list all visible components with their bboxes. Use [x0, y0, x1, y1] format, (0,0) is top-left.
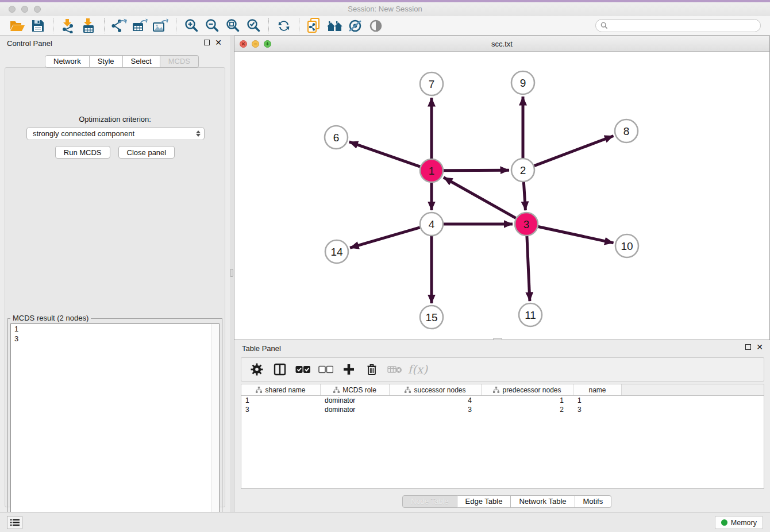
column-header-predecessor-nodes[interactable]: predecessor nodes — [482, 384, 573, 395]
zoom-fit-button[interactable] — [222, 17, 243, 34]
table-cell[interactable]: dominator — [321, 396, 390, 404]
mcds-result-list[interactable]: 13 — [10, 323, 220, 532]
table-cell[interactable]: 2 — [482, 406, 573, 414]
export-image-button[interactable] — [151, 17, 171, 34]
close-table-panel-icon[interactable]: ✕ — [756, 344, 763, 350]
graph-edge-1-6[interactable] — [349, 142, 421, 167]
hide-selected-button[interactable] — [345, 17, 366, 34]
create-column-button[interactable] — [339, 360, 359, 379]
split-view-button[interactable] — [270, 360, 290, 379]
save-session-button[interactable] — [28, 17, 48, 34]
graph-canvas[interactable]: 7968124314101511 — [234, 52, 769, 340]
graph-node-label: 7 — [429, 78, 435, 90]
zoom-selected-button[interactable] — [243, 17, 264, 34]
refresh-button[interactable] — [274, 17, 294, 34]
tab-style[interactable]: Style — [90, 55, 123, 68]
column-header-shared-name[interactable]: shared name — [241, 384, 321, 395]
table-cell[interactable]: 1 — [482, 396, 573, 404]
criterion-select[interactable]: strongly connected component — [26, 127, 205, 140]
graph-edge-3-1[interactable] — [444, 178, 516, 218]
export-network-button[interactable] — [109, 17, 130, 34]
graph-node-15[interactable]: 15 — [420, 306, 443, 329]
deselect-all-columns-button[interactable] — [316, 360, 336, 379]
search-input[interactable] — [595, 19, 761, 32]
table-row[interactable]: 3dominator323 — [241, 405, 764, 414]
list-icon — [10, 519, 20, 526]
graph-node-4[interactable]: 4 — [420, 213, 443, 236]
float-table-panel-icon[interactable] — [745, 344, 751, 350]
graph-edge-2-3[interactable] — [523, 182, 525, 210]
table-cell[interactable]: dominator — [321, 406, 390, 414]
clone-network-button[interactable] — [304, 17, 325, 34]
show-all-icon — [368, 19, 384, 33]
search-icon — [600, 22, 608, 29]
tab-select[interactable]: Select — [123, 55, 160, 68]
table-cell[interactable]: 3 — [573, 406, 622, 414]
graph-node-14[interactable]: 14 — [325, 240, 348, 263]
export-table-button[interactable] — [130, 17, 151, 34]
table-cell[interactable]: 3 — [390, 406, 482, 414]
memory-status-icon — [721, 519, 727, 526]
column-header-name[interactable]: name — [573, 384, 622, 395]
graph-node-10[interactable]: 10 — [615, 234, 638, 257]
zoom-in-button[interactable] — [181, 17, 202, 34]
function-builder-button[interactable]: f(x) — [408, 360, 428, 379]
table-cell[interactable]: 4 — [390, 396, 482, 404]
tab-network-table[interactable]: Network Table — [511, 495, 575, 508]
tab-motifs[interactable]: Motifs — [575, 495, 612, 508]
network-window-titlebar[interactable]: ✕ – + scc.txt — [234, 36, 769, 52]
zoom-out-button[interactable] — [202, 17, 222, 34]
show-all-button[interactable] — [366, 17, 387, 34]
result-list-item[interactable]: 1 — [11, 324, 219, 334]
graph-node-1[interactable]: 1 — [420, 159, 443, 182]
export-network-icon — [111, 18, 128, 33]
delete-column-button[interactable] — [362, 360, 382, 379]
tab-network[interactable]: Network — [45, 55, 90, 68]
panel-splitter-handle[interactable] — [230, 269, 233, 277]
table-cell[interactable]: 1 — [241, 396, 321, 404]
column-header-label: name — [588, 386, 606, 394]
tab-edge-table[interactable]: Edge Table — [457, 495, 511, 508]
result-scrollbar[interactable] — [211, 324, 219, 532]
graph-edge-4-14[interactable] — [350, 228, 420, 248]
graph-node-3[interactable]: 3 — [515, 213, 538, 236]
export-table-icon — [132, 18, 148, 33]
node-table[interactable]: shared nameMCDS rolesuccessor nodesprede… — [241, 384, 764, 489]
graph-node-7[interactable]: 7 — [420, 72, 443, 95]
graph-edge-3-10[interactable] — [538, 226, 614, 242]
column-header-MCDS-role[interactable]: MCDS role — [321, 384, 390, 395]
table-panel-tabbar: Node TableEdge TableNetwork TableMotifs — [402, 495, 611, 508]
column-header-successor-nodes[interactable]: successor nodes — [390, 384, 482, 395]
close-panel-button[interactable]: Close panel — [118, 146, 175, 159]
table-row[interactable]: 1dominator411 — [241, 396, 764, 405]
graph-node-2[interactable]: 2 — [511, 159, 534, 182]
tab-mcds[interactable]: MCDS — [160, 55, 199, 68]
network-window: ✕ – + scc.txt 7968124314101511 — [234, 36, 770, 340]
graph-edge-3-11[interactable] — [527, 236, 530, 301]
graph-node-11[interactable]: 11 — [519, 303, 542, 326]
float-panel-icon[interactable] — [204, 40, 210, 45]
graph-node-9[interactable]: 9 — [511, 71, 534, 94]
zoom-fit-icon — [225, 18, 240, 33]
graph-node-6[interactable]: 6 — [325, 126, 348, 149]
table-cell[interactable]: 3 — [241, 406, 321, 414]
tab-node-table[interactable]: Node Table — [402, 495, 457, 508]
graph-edge-2-8[interactable] — [534, 136, 614, 165]
gear-icon — [251, 363, 263, 376]
show-panels-button[interactable] — [7, 516, 22, 529]
open-session-button[interactable] — [7, 17, 28, 34]
delete-table-icon — [387, 365, 402, 374]
import-network-button[interactable] — [58, 17, 79, 34]
first-neighbors-button[interactable] — [325, 17, 345, 34]
result-list-item[interactable]: 3 — [11, 334, 219, 344]
table-settings-button[interactable] — [247, 360, 267, 379]
run-mcds-button[interactable]: Run MCDS — [55, 146, 110, 159]
graph-node-8[interactable]: 8 — [615, 119, 638, 142]
import-table-button[interactable] — [79, 17, 99, 34]
select-all-columns-button[interactable] — [293, 360, 313, 379]
close-panel-icon[interactable]: ✕ — [215, 40, 222, 45]
table-cell[interactable]: 1 — [573, 396, 622, 404]
delete-table-button[interactable] — [385, 360, 405, 379]
memory-button[interactable]: Memory — [715, 516, 763, 529]
graph-edge-1-2[interactable] — [444, 170, 509, 171]
